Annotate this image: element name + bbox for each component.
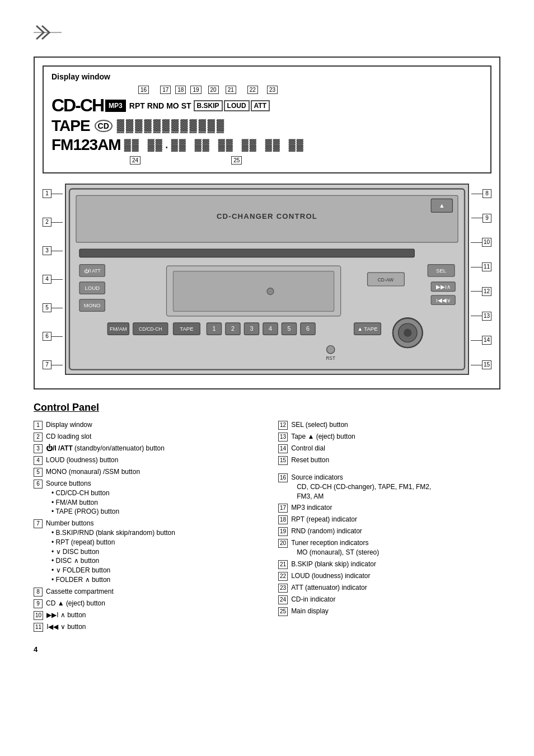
right-callouts: 8 9 10 11 12 (469, 184, 491, 375)
cp-num-25: 25 (278, 607, 288, 616)
svg-text:4: 4 (269, 325, 272, 332)
cp-num-9: 9 (34, 599, 43, 608)
cp-text-3: ⏻/I /ATT (standby/on/attenuator) button (46, 444, 165, 453)
device-svg: ▲ ⏻/I ATT LOUD MONO SUZUKI PREMIUM SOUND… (66, 185, 468, 374)
cp-text-1: Display window (46, 420, 92, 430)
callout-20: 20 (208, 86, 219, 94)
num-6: 6 (43, 332, 51, 341)
cp-text-8: Cassette compartment (46, 587, 114, 597)
cp-text-25: Main display (291, 607, 329, 616)
cp-sub-20: MO (monaural), ST (stereo) (297, 548, 379, 557)
cp-num-13: 13 (278, 433, 288, 442)
svg-text:▲: ▲ (439, 202, 445, 209)
cp-sub-7e: • ∨ FOLDER button (51, 566, 175, 575)
page: Display window 16 17 18 19 20 21 22 23 (0, 0, 534, 756)
callout-18: 18 (175, 86, 186, 94)
cp-sub-7a: • B.SKIP/RND (blank skip/random) button (51, 528, 175, 538)
cp-num-6: 6 (34, 480, 43, 489)
seg-display-1: ▓▓▓▓▓▓▓▓▓▓▓▓ (117, 119, 226, 133)
cd-ch-text: CD-CH (51, 95, 104, 116)
cp-num-18: 18 (278, 515, 288, 524)
callout-16: 16 (138, 86, 149, 94)
diagram-container: Display window 16 17 18 19 20 21 22 23 (34, 57, 500, 389)
cp-item-17: 17 MP3 indicator (278, 503, 500, 513)
cp-text-24: CD-in indicator (291, 595, 335, 604)
cp-num-7: 7 (34, 519, 43, 528)
st-indicator: ST (181, 101, 191, 110)
callout-row-2: 2 (43, 217, 65, 228)
display-line1: CD-CH MP3 RPT RND MO ST B.SKIP LOUD ATT (51, 95, 483, 116)
cp-item-9: 9 CD ▲ (eject) button (34, 599, 256, 608)
cp-num-16: 16 (278, 473, 288, 482)
cp-num-1: 1 (34, 421, 43, 430)
loud-indicator: LOUD (224, 100, 250, 111)
cp-item-8: 8 Cassette compartment (34, 587, 256, 597)
control-panel-right: 12 SEL (select) button 13 Tape ▲ (eject)… (278, 420, 500, 634)
svg-text:MONO: MONO (84, 302, 101, 308)
svg-text:CD/CD-CH: CD/CD-CH (139, 326, 162, 332)
cp-item-23: 23 ATT (attenuator) indicator (278, 583, 500, 593)
svg-rect-49 (173, 271, 334, 312)
cp-sub-6a: • CD/CD-CH button (51, 489, 119, 498)
tape-text: TAPE (51, 117, 90, 135)
callout-25: 25 (231, 156, 242, 165)
cp-num-20: 20 (278, 539, 288, 548)
svg-text:2: 2 (231, 325, 235, 332)
cp-text-10: ▶▶I ∧ button (46, 611, 86, 620)
svg-text:LOUD: LOUD (85, 285, 100, 291)
cp-sub-7f: • FOLDER ∧ button (51, 575, 175, 585)
cp-text-17: MP3 indicator (291, 503, 332, 513)
cp-num-10: 10 (34, 611, 43, 620)
cp-text-19: RND (random) indicator (291, 527, 362, 536)
cp-item-3: 3 ⏻/I /ATT (standby/on/attenuator) butto… (34, 444, 256, 453)
cp-item-2: 2 CD loading slot (34, 432, 256, 442)
cp-item-11: 11 I◀◀ ∨ button (34, 622, 256, 632)
cp-num-8: 8 (34, 588, 43, 597)
num-5: 5 (43, 303, 51, 312)
cp-text-7: Number buttons (46, 519, 175, 528)
cp-sub-7c: • ∨ DISC button (51, 547, 175, 557)
cp-item-21: 21 B.SKIP (blank skip) indicator (278, 560, 500, 569)
cp-item-18: 18 RPT (repeat) indicator (278, 515, 500, 524)
num-2: 2 (43, 218, 51, 227)
cp-text-13: Tape ▲ (eject) button (291, 432, 355, 442)
callout-row-14: 14 (469, 335, 491, 346)
num-8: 8 (483, 189, 491, 198)
display-window-title: Display window (51, 72, 483, 81)
callout-22: 22 (247, 86, 258, 94)
mp3-indicator: MP3 (105, 100, 126, 112)
callout-row-11: 11 (469, 261, 491, 273)
rnd-indicator: RND (147, 101, 164, 110)
cp-text-6: Source buttons (46, 479, 119, 489)
callout-row-13: 13 (469, 311, 491, 322)
page-number: 4 (34, 645, 500, 654)
display-window-box: Display window 16 17 18 19 20 21 22 23 (43, 65, 491, 173)
num-7: 7 (43, 360, 51, 369)
cp-item-22: 22 LOUD (loudness) indicator (278, 571, 500, 581)
callout-19: 19 (190, 86, 201, 94)
cp-item-24: 24 CD-in indicator (278, 595, 500, 604)
display-line3: FM123AM ▓▓ ▓▓.▓▓ ▓▓ ▓▓ ▓▓ ▓▓ ▓▓ (51, 136, 483, 154)
bskip-indicator: B.SKIP (194, 100, 223, 111)
svg-text:CD-CHANGER CONTROL: CD-CHANGER CONTROL (217, 212, 317, 220)
cp-item-6: 6 Source buttons • CD/CD-CH button • FM/… (34, 479, 256, 516)
cp-sub-7d: • DISC ∧ button (51, 556, 175, 566)
callout-row-1: 1 (43, 188, 65, 199)
svg-text:3: 3 (250, 325, 253, 332)
cp-num-21: 21 (278, 560, 288, 569)
svg-text:⏻/I ATT: ⏻/I ATT (84, 268, 101, 274)
callout-row-5: 5 (43, 302, 65, 313)
svg-point-40 (404, 329, 411, 337)
control-panel-title: Control Panel (34, 402, 500, 414)
device-image: ▲ ⏻/I ATT LOUD MONO SUZUKI PREMIUM SOUND… (65, 184, 469, 375)
svg-text:1: 1 (212, 325, 216, 332)
cp-num-11: 11 (34, 623, 43, 632)
cp-item-15: 15 Reset button (278, 456, 500, 465)
cp-sub-6b: • FM/AM button (51, 498, 119, 508)
num-11: 11 (482, 262, 491, 271)
kenwood-logo-icon (34, 29, 62, 46)
num-9: 9 (483, 214, 491, 223)
cp-item-5: 5 MONO (monaural) /SSM button (34, 467, 256, 477)
num-4: 4 (43, 275, 51, 284)
num-13: 13 (482, 312, 491, 321)
